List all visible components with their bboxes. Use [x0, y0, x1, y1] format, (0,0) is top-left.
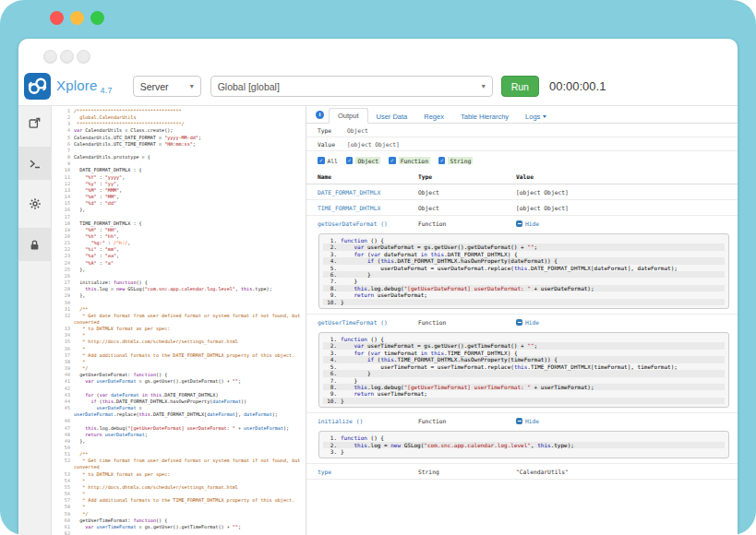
line-number: 7.: [323, 278, 341, 284]
property-link[interactable]: type: [318, 469, 418, 475]
hide-link[interactable]: Hide: [516, 220, 738, 227]
line-number: 10: [52, 167, 74, 173]
sidebar: [18, 106, 52, 535]
code-line: 2 global.CalendarUtils: [52, 114, 306, 121]
code-line: 8. this.log.debug("[getUserTimeFormat] u…: [323, 384, 725, 390]
code-line: 10.}: [323, 398, 725, 404]
line-number: 2.: [323, 244, 341, 250]
code-line: 58 *: [52, 504, 306, 510]
console-button[interactable]: [18, 147, 51, 180]
line-number: 40: [52, 372, 74, 378]
hide-link[interactable]: Hide: [516, 418, 738, 424]
result-value-label: Value: [318, 141, 347, 148]
line-number: 36: [52, 346, 74, 352]
property-link[interactable]: TIME_FORMAT_DHTMLX: [318, 205, 418, 211]
app-version: 4.7: [101, 86, 113, 95]
inner-close-dot: [43, 50, 57, 64]
checkbox-all[interactable]: [318, 157, 325, 164]
open-in-new-window-button[interactable]: [18, 106, 51, 139]
line-number: 21: [52, 240, 74, 246]
code-line: 7: [52, 148, 306, 154]
code-line: 35 * http://docs.dhtmlx.com/scheduler/se…: [52, 339, 306, 345]
tab-output[interactable]: Output: [329, 108, 368, 124]
code-line: 22 "%i" : "mm",: [52, 246, 306, 253]
result-type-value: Object: [347, 127, 368, 134]
result-type-row: Type Object: [306, 124, 738, 137]
code-line: 36 *: [52, 346, 306, 352]
property-link[interactable]: DATE_FORMAT_DHTMLX: [318, 189, 418, 196]
code-line: 5. userDateFormat = userDateFormat.repla…: [323, 265, 725, 271]
collapse-icon: [516, 319, 522, 326]
property-link[interactable]: getUserTimeFormat (): [318, 319, 418, 326]
code-line: 3.}: [323, 448, 725, 455]
table-row: initialize () Function Hide: [306, 412, 738, 428]
code-line: 57 * Add additional formats to the TIME_…: [52, 497, 306, 504]
code-editor[interactable]: 1/*************************************2…: [52, 106, 306, 535]
terminal-icon: [29, 158, 41, 170]
line-number: 8: [52, 154, 74, 160]
code-line: 33 * to DHTMLX format as per spec:: [52, 326, 306, 332]
tab-regex[interactable]: Regex: [415, 110, 452, 124]
filter-all: All: [318, 157, 338, 164]
tab-user-data[interactable]: User Data: [368, 110, 416, 124]
line-number: 47: [52, 425, 74, 432]
line-number: 46: [52, 418, 74, 424]
line-number: 57: [52, 497, 74, 504]
line-number: 5: [52, 135, 74, 141]
line-number: 1.: [323, 434, 341, 441]
code-line: 54 *: [52, 478, 306, 484]
code-line: 15 "%d" : "dd": [52, 200, 306, 207]
code-line: 41 var userDateFormat = gs.getUser().get…: [52, 378, 306, 385]
run-button[interactable]: Run: [501, 76, 539, 97]
col-value: Value: [516, 173, 738, 180]
output-tab-bar: i Output User Data Regex Table Hierarchy…: [306, 106, 738, 124]
maximize-window-button[interactable]: [90, 11, 104, 25]
code-line: 44 if (this.DATE_FORMAT_DHTMLX.hasOwnPro…: [52, 398, 306, 405]
server-select[interactable]: Server▾: [133, 76, 201, 97]
code-line: 19 "%H" : "HH",: [52, 227, 306, 233]
hide-link[interactable]: Hide: [516, 319, 738, 326]
line-number: 53: [52, 471, 74, 478]
external-link-icon: [29, 117, 41, 129]
line-number: 12: [52, 181, 74, 187]
inner-maximize-dot: [77, 50, 90, 64]
code-line: 53 * to DHTMLX format as per spec:: [52, 471, 306, 478]
code-line: 4. if (this.TIME_FORMAT_DHTMLX.hasOwnPro…: [323, 356, 725, 363]
line-number: 11: [52, 174, 74, 181]
scope-select[interactable]: Global [global]▾: [210, 76, 493, 97]
close-window-button[interactable]: [50, 11, 64, 25]
line-number: 42: [52, 386, 74, 392]
code-line: 20 "%h" : "hh",: [52, 233, 306, 240]
tab-table-hierarchy[interactable]: Table Hierarchy: [452, 110, 517, 124]
code-line: 10 DATE_FORMAT_DHTMLX : {: [52, 167, 306, 173]
code-line: 55 * http://docs.dhtmlx.com/scheduler/se…: [52, 484, 306, 491]
checkbox-string[interactable]: [438, 157, 446, 164]
collapse-icon: [516, 418, 522, 424]
line-number: 37: [52, 352, 74, 359]
tab-logs[interactable]: Logs: [517, 110, 555, 124]
line-number: 9: [52, 160, 74, 167]
line-number: 17: [52, 214, 74, 220]
code-line: 34 *: [52, 332, 306, 339]
code-line: 9: [52, 160, 306, 167]
property-link[interactable]: getUserDateFormat (): [318, 220, 418, 227]
checkbox-function[interactable]: [389, 157, 396, 164]
property-link[interactable]: initialize (): [318, 418, 418, 424]
line-number: 33: [52, 326, 74, 332]
code-line: 25 },: [52, 267, 306, 273]
checkbox-object[interactable]: [346, 157, 354, 164]
info-tab[interactable]: i: [316, 106, 324, 120]
code-line: 8. this.log.debug("[getUserDateFormat] u…: [323, 285, 725, 291]
line-number: 43: [52, 392, 74, 398]
security-button[interactable]: [18, 228, 51, 261]
toolbar: Xplore4.7 Server▾ Global [global]▾ Run 0…: [18, 67, 738, 106]
settings-button[interactable]: [18, 187, 51, 220]
table-row: type String "CalendarUtils": [306, 463, 738, 480]
line-number: 41: [52, 378, 74, 385]
code-line: 46: [52, 418, 306, 424]
line-number: 45: [52, 405, 74, 418]
line-number: 4.: [323, 356, 341, 363]
minimize-window-button[interactable]: [70, 11, 84, 25]
code-line: 2. this.log = new GSLog("com.snc.app.cal…: [323, 442, 725, 448]
code-line: 24 "%A" : "a": [52, 260, 306, 267]
